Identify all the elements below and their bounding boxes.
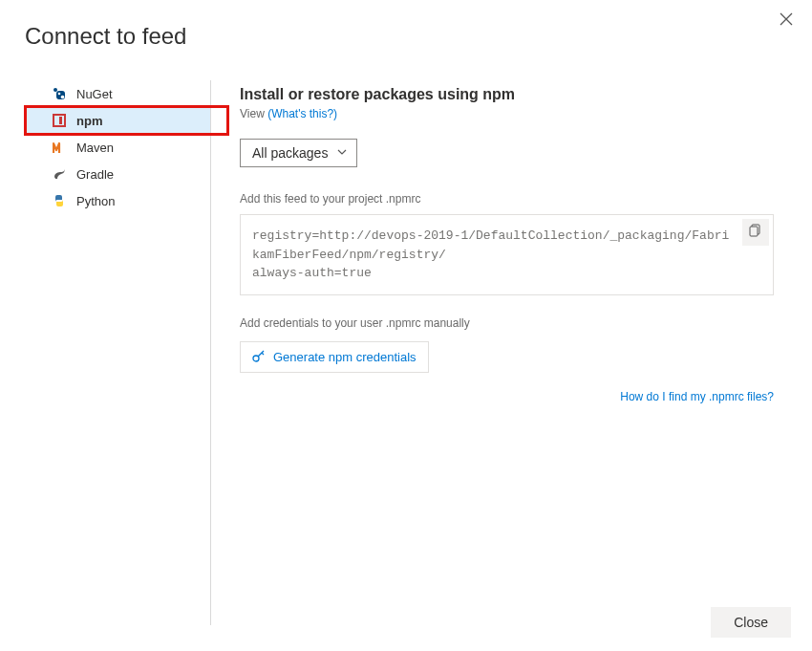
chevron-down-icon: [337, 147, 347, 159]
svg-rect-5: [59, 117, 62, 124]
whats-this-link[interactable]: (What's this?): [267, 107, 337, 120]
key-icon: [252, 349, 266, 365]
npmrc-code[interactable]: registry=http://devops-2019-1/DefaultCol…: [240, 214, 774, 295]
nuget-icon: [52, 86, 67, 101]
svg-point-3: [61, 96, 65, 99]
close-button[interactable]: Close: [711, 607, 791, 638]
gradle-icon: [52, 166, 67, 182]
sidebar: NuGet npm Maven Gradle: [25, 80, 211, 625]
maven-icon: [52, 140, 67, 155]
npm-icon: [52, 113, 67, 128]
dropdown-label: All packages: [252, 145, 328, 161]
npmrc-section-label: Add this feed to your project .npmrc: [240, 192, 774, 206]
close-icon[interactable]: [774, 10, 799, 31]
creds-section-label: Add credentials to your user .npmrc manu…: [240, 316, 774, 330]
svg-point-2: [58, 93, 61, 96]
page-title: Connect to feed: [25, 23, 186, 50]
svg-point-0: [53, 88, 57, 92]
sidebar-item-nuget[interactable]: NuGet: [25, 80, 210, 107]
sidebar-item-label: Python: [76, 194, 115, 208]
generate-credentials-label: Generate npm credentials: [273, 350, 417, 364]
main-title: Install or restore packages using npm: [240, 86, 774, 103]
sidebar-item-gradle[interactable]: Gradle: [25, 161, 210, 187]
main-panel: Install or restore packages using npm Vi…: [211, 80, 812, 625]
view-label: View: [240, 107, 265, 120]
sidebar-item-python[interactable]: Python: [25, 187, 210, 214]
sidebar-item-label: Maven: [76, 141, 114, 155]
code-block: registry=http://devops-2019-1/DefaultCol…: [240, 214, 774, 295]
python-icon: [52, 193, 67, 208]
copy-icon: [749, 224, 762, 241]
sidebar-item-label: Gradle: [76, 167, 114, 182]
help-link[interactable]: How do I find my .npmrc files?: [620, 390, 774, 403]
sidebar-item-label: npm: [76, 114, 102, 128]
svg-rect-7: [750, 227, 758, 236]
generate-credentials-button[interactable]: Generate npm credentials: [240, 341, 429, 373]
copy-button[interactable]: [742, 219, 769, 246]
packages-dropdown[interactable]: All packages: [240, 139, 357, 167]
view-row: View (What's this?): [240, 107, 774, 120]
sidebar-item-label: NuGet: [76, 87, 113, 101]
sidebar-item-npm[interactable]: npm: [25, 107, 210, 134]
sidebar-item-maven[interactable]: Maven: [25, 134, 210, 161]
